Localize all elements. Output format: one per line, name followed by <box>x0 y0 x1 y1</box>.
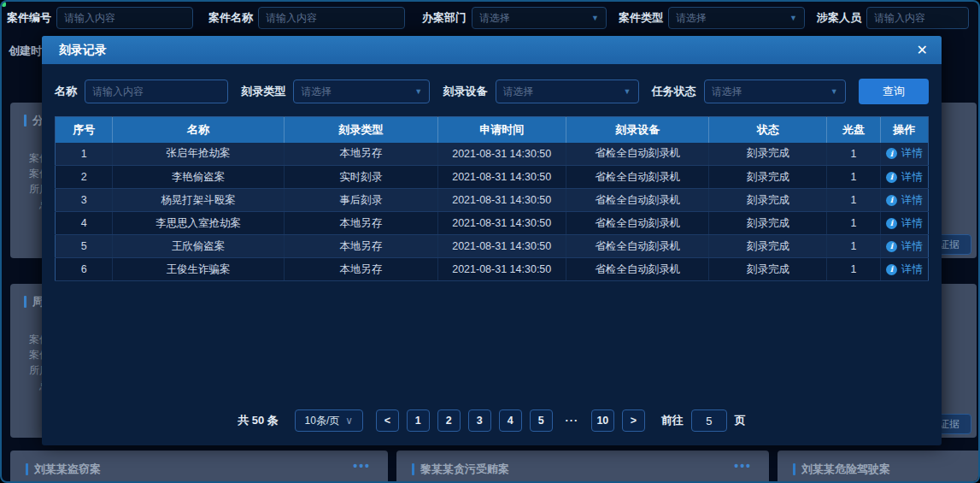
detail-link[interactable]: i详情 <box>886 146 923 161</box>
info-icon: i <box>886 148 897 159</box>
info-icon: i <box>886 218 897 229</box>
goto-page-input[interactable] <box>691 409 727 432</box>
col-action: 操作 <box>880 117 928 143</box>
name-filter-label: 名称 <box>55 84 77 99</box>
table-header-row: 序号 名称 刻录类型 申请时间 刻录设备 状态 光盘 操作 <box>56 117 929 143</box>
page-button-5[interactable]: 5 <box>530 409 553 432</box>
bottom-case-cards: 刘某某盗窃案 ••• 黎某某贪污受贿案 ••• 刘某某危险驾驶案 <box>2 451 978 483</box>
detail-link[interactable]: i详情 <box>886 239 923 254</box>
table-row: 4 李思思入室抢劫案 本地另存 2021-08-31 14:30:50 省检全自… <box>56 212 929 235</box>
col-apply-time: 申请时间 <box>437 117 566 143</box>
case-name-input[interactable] <box>258 7 405 29</box>
accent-bar <box>24 115 26 127</box>
total-count-label: 共 50 条 <box>238 413 279 428</box>
table-row: 5 王欣偷盗案 本地另存 2021-08-31 14:30:50 省检全自动刻录… <box>56 235 929 258</box>
detail-link[interactable]: i详情 <box>886 216 923 231</box>
app-window: 案件编号 案件名称 办案部门 请选择 ▼ 案件类型 请选择 ▼ 涉案人员 创建时… <box>0 0 980 483</box>
page-unit-label: 页 <box>735 413 746 428</box>
next-page-button[interactable]: > <box>622 409 645 432</box>
query-button[interactable]: 查询 <box>859 79 929 104</box>
case-search-bar: 案件编号 案件名称 办案部门 请选择 ▼ 案件类型 请选择 ▼ 涉案人员 <box>2 2 978 34</box>
case-card: 黎某某贪污受贿案 ••• <box>396 451 769 483</box>
accent-bar <box>24 296 26 308</box>
goto-label: 前往 <box>661 413 684 428</box>
detail-link[interactable]: i详情 <box>886 262 923 277</box>
more-menu-icon[interactable]: ••• <box>353 459 371 473</box>
col-burn-type: 刻录类型 <box>284 117 437 143</box>
case-card: 刘某某危险驾驶案 <box>778 451 980 483</box>
case-type-label: 案件类型 <box>619 10 663 26</box>
page-button-4[interactable]: 4 <box>499 409 522 432</box>
personnel-input[interactable] <box>866 7 969 29</box>
prev-page-button[interactable]: < <box>376 409 399 432</box>
page-button-3[interactable]: 3 <box>468 409 491 432</box>
chevron-down-icon: ▼ <box>789 15 797 22</box>
task-status-select[interactable]: 请选择 ▼ <box>704 80 846 103</box>
table-row: 3 杨晃打架斗殴案 事后刻录 2021-08-31 14:30:50 省检全自动… <box>56 189 929 212</box>
table-row: 2 李艳偷盗案 实时刻录 2021-08-31 14:30:50 省检全自动刻录… <box>56 166 929 189</box>
more-menu-icon[interactable]: ••• <box>734 459 752 473</box>
detail-link[interactable]: i详情 <box>886 170 923 185</box>
col-disc: 光盘 <box>827 117 880 143</box>
info-icon: i <box>886 195 897 206</box>
table-row: 6 王俊生诈骗案 本地另存 2021-08-31 14:30:50 省检全自动刻… <box>56 258 929 281</box>
case-type-select[interactable]: 请选择 ▼ <box>668 7 805 29</box>
personnel-label: 涉案人员 <box>817 10 861 26</box>
chevron-down-icon: ▼ <box>830 88 838 96</box>
accent-bar <box>793 463 795 475</box>
pagination-bar: 共 50 条 10条/页 ∨ < 1 2 3 4 5 ··· 10 > 前往 页 <box>42 409 942 432</box>
accent-bar <box>26 463 28 475</box>
page-button-2[interactable]: 2 <box>437 409 461 432</box>
accent-bar <box>412 463 414 475</box>
case-card: 刘某某盗窃案 ••• <box>10 451 388 483</box>
burn-type-filter-label: 刻录类型 <box>241 84 285 99</box>
corner-indicator <box>2 2 6 7</box>
department-select[interactable]: 请选择 ▼ <box>472 7 607 29</box>
info-icon: i <box>886 264 897 275</box>
dialog-title: 刻录记录 <box>59 43 107 58</box>
burn-records-table: 序号 名称 刻录类型 申请时间 刻录设备 状态 光盘 操作 1 张启年抢劫案 本 <box>55 116 929 281</box>
dialog-body: 名称 刻录类型 请选择 ▼ 刻录设备 请选择 ▼ <box>42 64 942 445</box>
case-number-label: 案件编号 <box>7 10 51 26</box>
case-card-title: 刘某某盗窃案 <box>34 462 101 477</box>
col-index: 序号 <box>56 117 113 143</box>
burn-device-select[interactable]: 请选择 ▼ <box>496 80 639 103</box>
col-name: 名称 <box>113 117 284 143</box>
info-icon: i <box>886 241 897 252</box>
col-burn-device: 刻录设备 <box>566 117 709 143</box>
burn-device-filter-label: 刻录设备 <box>443 84 488 99</box>
dialog-titlebar: 刻录记录 ✕ <box>42 36 942 64</box>
burn-type-select[interactable]: 请选择 ▼ <box>293 80 430 103</box>
info-icon: i <box>886 172 897 183</box>
col-status: 状态 <box>709 117 827 143</box>
filter-row: 名称 刻录类型 请选择 ▼ 刻录设备 请选择 ▼ <box>55 79 929 104</box>
chevron-down-icon: ∨ <box>345 415 353 426</box>
chevron-down-icon: ▼ <box>591 15 599 22</box>
page-button-10[interactable]: 10 <box>591 409 614 432</box>
case-card-title: 黎某某贪污受贿案 <box>420 462 509 477</box>
task-status-filter-label: 任务状态 <box>652 84 696 99</box>
case-number-input[interactable] <box>56 7 193 29</box>
page-button-1[interactable]: 1 <box>407 409 430 432</box>
detail-link[interactable]: i详情 <box>886 193 923 208</box>
burn-records-dialog: 刻录记录 ✕ 名称 刻录类型 请选择 ▼ 刻录设备 <box>42 36 942 445</box>
case-card-title: 刘某某危险驾驶案 <box>801 462 890 477</box>
chevron-down-icon: ▼ <box>624 88 631 96</box>
case-name-label: 案件名称 <box>208 10 253 26</box>
chevron-down-icon: ▼ <box>414 88 422 96</box>
page-size-select[interactable]: 10条/页 ∨ <box>295 409 363 432</box>
department-label: 办案部门 <box>422 10 467 26</box>
table-row: 1 张启年抢劫案 本地另存 2021-08-31 14:30:50 省检全自动刻… <box>56 143 929 166</box>
close-icon[interactable]: ✕ <box>917 44 928 57</box>
name-filter-input[interactable] <box>85 80 228 103</box>
more-pages-icon[interactable]: ··· <box>560 409 584 432</box>
